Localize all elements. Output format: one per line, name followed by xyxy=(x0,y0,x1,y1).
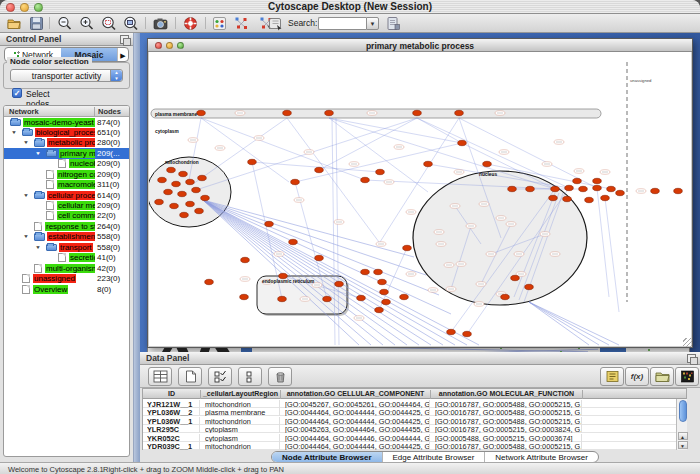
network-node[interactable] xyxy=(382,299,391,304)
network-node[interactable] xyxy=(585,197,594,202)
float-panel-icon[interactable] xyxy=(687,354,696,363)
network-node[interactable] xyxy=(265,221,274,226)
expand-arrow-icon[interactable]: ▼ xyxy=(23,192,29,197)
network-node[interactable] xyxy=(289,239,298,244)
zoom-in-icon[interactable] xyxy=(78,15,95,31)
tree-item-primary-metabo[interactable]: ▼primary metabo209(... xyxy=(4,148,129,158)
column-header-molecular-function[interactable]: annotation.GO MOLECULAR_FUNCTION xyxy=(431,390,583,399)
network-node[interactable] xyxy=(279,273,288,278)
network-node[interactable] xyxy=(283,110,292,115)
function-builder-icon[interactable]: f(x) xyxy=(625,367,649,386)
tab-node-attribute-browser[interactable]: Node Attribute Browser xyxy=(272,452,383,462)
tree-item-establishment-of-lo[interactable]: ▼establishment of lo558(0) xyxy=(4,232,129,242)
network-node[interactable] xyxy=(164,189,173,194)
tree-item-transport[interactable]: ▼transport558(0) xyxy=(4,242,129,252)
network-node[interactable] xyxy=(593,185,602,190)
network-node[interactable] xyxy=(278,296,287,301)
open-session-icon[interactable] xyxy=(6,15,23,31)
expand-arrow-icon[interactable]: ▼ xyxy=(11,130,17,135)
vizmapper-icon[interactable] xyxy=(211,15,228,31)
network-node[interactable] xyxy=(508,186,517,191)
tree-item-metabolic-process[interactable]: ▼metabolic process280(0) xyxy=(4,138,129,148)
network-snapshot-icon[interactable] xyxy=(152,15,169,31)
tab-network-attribute-browser[interactable]: Network Attribute Browser xyxy=(485,452,597,462)
delete-attribute-icon[interactable] xyxy=(268,367,292,386)
network-node[interactable] xyxy=(526,186,535,191)
network-node[interactable] xyxy=(315,255,324,260)
network-node[interactable] xyxy=(674,188,683,193)
network-node[interactable] xyxy=(447,329,456,334)
tree-item-nitrogen-compo[interactable]: nitrogen compo209(0) xyxy=(4,169,129,179)
network-node[interactable] xyxy=(458,140,467,145)
network-node[interactable] xyxy=(651,188,660,193)
save-session-icon[interactable] xyxy=(28,15,45,31)
network-node[interactable] xyxy=(172,181,181,186)
network-node[interactable] xyxy=(195,208,204,213)
unselect-attributes-icon[interactable] xyxy=(238,367,262,386)
column-header-id[interactable]: ID xyxy=(143,390,201,399)
network-node[interactable] xyxy=(616,190,625,195)
tree-item-cell-communicat[interactable]: cell communicat22(0) xyxy=(4,211,129,221)
expand-arrow-icon[interactable]: ▼ xyxy=(23,234,29,239)
network-node[interactable] xyxy=(170,203,179,208)
expand-arrow-icon[interactable]: ▼ xyxy=(35,244,41,249)
network-node[interactable] xyxy=(374,269,383,274)
tree-item-response-to-stimulu[interactable]: response to stimulu264(0) xyxy=(4,221,129,231)
attribute-list-icon[interactable] xyxy=(600,367,624,386)
network-node[interactable] xyxy=(463,331,472,336)
tree-item-cellular-process[interactable]: ▼cellular process614(0) xyxy=(4,190,129,200)
tab-edge-attribute-browser[interactable]: Edge Attribute Browser xyxy=(383,452,486,462)
tree-item-macromolecule[interactable]: macromolecule311(0) xyxy=(4,180,129,190)
zoom-out-icon[interactable] xyxy=(56,15,73,31)
network-node[interactable] xyxy=(315,167,324,172)
network-node[interactable] xyxy=(335,281,344,286)
network-node[interactable] xyxy=(241,257,250,262)
float-panel-icon[interactable] xyxy=(120,35,129,44)
annotation-icon[interactable] xyxy=(267,15,284,31)
table-row[interactable]: YDR039C__1mitochondrion[GO:0044464, GO:0… xyxy=(143,442,686,451)
network-node[interactable] xyxy=(375,307,384,312)
network-node[interactable] xyxy=(323,296,332,301)
zoom-fit-content-icon[interactable] xyxy=(122,15,139,31)
network-node[interactable] xyxy=(413,110,422,115)
network-window-titlebar[interactable]: primary metabolic process xyxy=(148,39,692,52)
import-attributes-icon[interactable] xyxy=(650,367,674,386)
network-node[interactable] xyxy=(376,169,385,174)
tabs-overflow-arrow[interactable]: ▶ xyxy=(117,48,128,61)
tree-item-mosaic-demo-yeast[interactable]: mosaic-demo-yeast874(0) xyxy=(4,117,129,127)
network-node[interactable] xyxy=(240,294,249,299)
network-node[interactable] xyxy=(357,295,366,300)
table-row[interactable]: YPL036W__1mitochondrion[GO:0044464, GO:0… xyxy=(143,416,686,425)
select-nodes-checkbox[interactable]: ✓ xyxy=(12,88,22,98)
network-node[interactable] xyxy=(551,186,560,191)
network-node[interactable] xyxy=(607,186,616,191)
table-scrollbar[interactable]: ▲ ▼ xyxy=(676,399,687,450)
attribute-table-header[interactable]: ID_cellularLayoutRegionannotation.GO CEL… xyxy=(143,389,686,399)
tree-item-unassigned[interactable]: unassigned223(0) xyxy=(4,274,129,284)
hide-selected-icon[interactable] xyxy=(233,15,250,31)
network-node[interactable] xyxy=(198,175,207,180)
search-input[interactable] xyxy=(318,17,366,30)
network-node[interactable] xyxy=(501,294,510,299)
enhanced-search-icon[interactable] xyxy=(385,15,402,31)
search-dropdown-button[interactable]: ▼ xyxy=(366,17,379,30)
network-node[interactable] xyxy=(291,179,300,184)
network-node[interactable] xyxy=(380,289,389,294)
network-node[interactable] xyxy=(455,110,464,115)
network-canvas[interactable]: plasma membranecytoplasmmitochondrionnuc… xyxy=(149,52,691,346)
panel-divider[interactable] xyxy=(133,33,140,462)
network-node[interactable] xyxy=(197,110,206,115)
network-node[interactable] xyxy=(155,199,164,204)
column-header-region[interactable]: _cellularLayoutRegion xyxy=(201,390,281,399)
tree-item-biological-process[interactable]: ▼biological_process651(0) xyxy=(4,127,129,137)
network-node[interactable] xyxy=(511,275,520,280)
network-node[interactable] xyxy=(325,110,334,115)
column-header-cellular-component[interactable]: annotation.GO CELLULAR_COMPONENT xyxy=(281,390,431,399)
scroll-up-icon[interactable]: ▲ xyxy=(678,432,688,440)
network-node[interactable] xyxy=(361,269,370,274)
tree-item-cellular-metabo[interactable]: cellular metabo209(0) xyxy=(4,201,129,211)
select-attributes-icon[interactable] xyxy=(208,367,232,386)
network-node[interactable] xyxy=(403,245,412,250)
tree-item-nucleobase-[interactable]: nucleobase-209(0) xyxy=(4,159,129,169)
node-color-attribute-select[interactable]: transporter activity ▲▼ xyxy=(10,69,123,82)
